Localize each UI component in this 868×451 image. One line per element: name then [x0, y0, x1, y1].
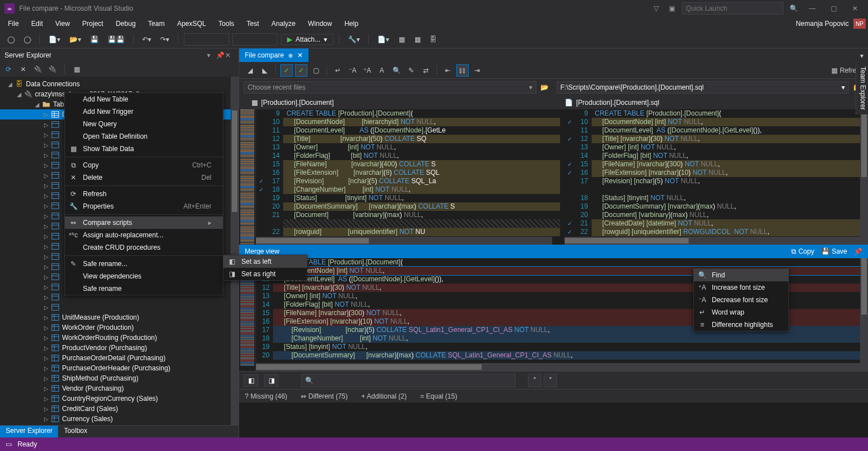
check1-icon[interactable]: ✓ — [280, 64, 293, 77]
menu-edit[interactable]: Edit — [25, 19, 49, 29]
user-badge[interactable]: NP — [853, 19, 866, 29]
left-file-open-button[interactable]: 📂 — [539, 81, 551, 94]
close-tab-icon[interactable]: ✕ — [297, 51, 303, 59]
user-name-label[interactable]: Nemanja Popovic — [796, 20, 849, 28]
ctx-create-crud-procedures[interactable]: Create CRUD procedures — [65, 241, 223, 254]
new-project-button[interactable]: 📄▾ — [46, 33, 63, 46]
left-minimap[interactable] — [239, 109, 256, 245]
quick-launch-input[interactable] — [682, 2, 783, 15]
compare-search-input[interactable]: 🔍 — [301, 374, 515, 387]
prev-diff-icon[interactable]: ⇤ — [442, 64, 454, 77]
menu-project[interactable]: Project — [77, 19, 109, 29]
tree-table-row[interactable]: ▷CountryRegionCurrency (Sales) — [0, 393, 239, 404]
expand-icon[interactable]: ◣ — [258, 64, 271, 77]
ctx-properties[interactable]: 🔧PropertiesAlt+Enter — [65, 200, 223, 213]
output-icon[interactable]: ▭ — [6, 440, 12, 448]
db-icon[interactable]: 🗄 — [427, 33, 439, 46]
maximize-button[interactable]: ▢ — [825, 2, 842, 15]
tree-table-row[interactable]: ▷x — [0, 302, 239, 312]
ctx-delete[interactable]: ✕DeleteDel — [65, 171, 223, 184]
refresh-icon[interactable]: ⟳ — [3, 64, 14, 74]
search-icon[interactable]: 🔍 — [788, 3, 799, 14]
tree-table-row[interactable]: ▷ProductVendor (Purchasing) — [0, 343, 239, 353]
right-file-combo[interactable]: F:\Scripts\Compare\[Production].[Documen… — [557, 81, 849, 94]
nav-back-button[interactable]: ◯ — [5, 33, 17, 46]
tab-toolbox[interactable]: Toolbox — [58, 426, 92, 437]
save-all-button[interactable]: 💾💾 — [105, 33, 127, 46]
search-down-button[interactable]: ˅ — [544, 374, 557, 387]
check2-icon[interactable]: ✓ — [295, 64, 307, 77]
menu-file[interactable]: File — [2, 19, 24, 29]
merge-hscroll[interactable] — [256, 363, 860, 371]
font-inc-icon[interactable]: ⁺A — [361, 64, 373, 77]
tree-table-row[interactable]: ▷WorkOrder (Production) — [0, 322, 239, 333]
find-icon[interactable]: 🔍 — [390, 64, 403, 77]
ctx-assign-auto-replacement-[interactable]: ᵃᵇcAssign auto-replacement... — [65, 229, 223, 241]
dropdown-icon[interactable]: ▾ — [207, 51, 216, 59]
ctx-open-table-definition[interactable]: Open Table Definition — [65, 130, 223, 143]
menu-test[interactable]: Test — [241, 19, 265, 29]
ctx-safe-rename-[interactable]: ✎Safe rename... — [65, 258, 223, 270]
font-reset-icon[interactable]: A — [376, 64, 388, 77]
pin-icon[interactable]: 📌 — [216, 51, 225, 59]
right-code-pane[interactable]: ✓✓✓✓✓✓ 91011121314151617 1819202122 CREA… — [565, 109, 869, 245]
editor-ctx-find[interactable]: 🔍Find — [694, 269, 788, 281]
ctx-add-new-trigger[interactable]: Add New Trigger — [65, 105, 223, 118]
editor-ctx-increase-font-size[interactable]: ⁺AIncrease font size — [694, 281, 788, 294]
open-file-button[interactable]: 📂▾ — [67, 33, 84, 46]
layers2-icon[interactable]: ▦ — [411, 33, 424, 46]
view-inline-button[interactable]: ◨ — [264, 374, 279, 387]
editor-ctx-word-wrap[interactable]: ↵Word wrap — [694, 306, 788, 319]
tree-table-row[interactable]: ▷PurchaseOrderDetail (Purchasing) — [0, 353, 239, 363]
tree-table-row[interactable]: ▷ShipMethod (Purchasing) — [0, 373, 239, 383]
tree-table-row[interactable]: ▷UnitMeasure (Production) — [0, 312, 239, 322]
filter-icon[interactable]: ▽ — [650, 3, 662, 14]
nav-fwd-button[interactable]: ◯ — [21, 33, 34, 46]
left-code-pane[interactable]: ✓✓ 9101112131415161718192021 22 CREATE T… — [256, 109, 560, 245]
right-vscroll[interactable] — [860, 109, 868, 245]
menu-team[interactable]: Team — [143, 19, 170, 29]
font-dec-icon[interactable]: ⁻A — [346, 64, 359, 77]
left-hscroll[interactable] — [256, 237, 552, 245]
ctx-view-dependencies[interactable]: View dependencies — [65, 270, 223, 282]
stop-icon[interactable]: ✕ — [18, 64, 28, 74]
tree-root[interactable]: ◢🗄Data Connections — [0, 79, 239, 89]
notifications-icon[interactable]: ▣ — [666, 3, 677, 14]
tree-table-row[interactable]: ▷Currency (Sales) — [0, 414, 239, 424]
tabs-dropdown-icon[interactable]: ▾ — [856, 50, 868, 62]
layers-icon[interactable]: ▦ — [395, 33, 408, 46]
ctx-show-table-data[interactable]: ▦Show Table Data — [65, 143, 223, 155]
merge-pin-icon[interactable]: 📌 — [854, 247, 862, 255]
editor-ctx-difference-highlights[interactable]: ≡Difference highlights — [694, 319, 788, 331]
attach-button[interactable]: ▶ Attach... ▾ — [281, 34, 333, 45]
collapse-icon[interactable]: ◢ — [244, 64, 256, 77]
menu-analyze[interactable]: Analyze — [266, 19, 301, 29]
ctx-refresh[interactable]: ⟳Refresh — [65, 188, 223, 200]
tree-table-row[interactable]: ▷WorkOrderRouting (Production) — [0, 333, 239, 343]
merge-pane[interactable]: 91011121314151617181920 CREATE TABLE [Pr… — [239, 258, 868, 371]
left-file-combo[interactable]: Choose recent files▾ — [244, 81, 536, 94]
pin-tab-icon[interactable]: ⊕ — [288, 52, 293, 59]
tool-icon[interactable]: 🔧▾ — [345, 33, 363, 46]
menu-window[interactable]: Window — [302, 19, 338, 29]
connect-db-icon[interactable]: 🔌 — [47, 64, 58, 74]
merge-copy-button[interactable]: ⧉Copy — [791, 247, 814, 255]
menu-debug[interactable]: Debug — [110, 19, 141, 29]
right-hscroll[interactable] — [565, 237, 861, 245]
undo-button[interactable]: ↶▾ — [139, 33, 154, 46]
merge-vscroll[interactable] — [860, 258, 868, 371]
check3-icon[interactable]: ▢ — [310, 64, 322, 77]
submenu-set-as-right[interactable]: ◨ Set as right — [223, 268, 307, 280]
ctx-add-new-table[interactable]: Add New Table — [65, 93, 223, 105]
menu-apexsql[interactable]: ApexSQL — [171, 19, 212, 29]
split-icon[interactable]: ⫿⫿ — [456, 64, 469, 77]
menu-tools[interactable]: Tools — [213, 19, 240, 29]
ctx-new-query[interactable]: New Query — [65, 118, 223, 130]
editor-ctx-decrease-font-size[interactable]: ⁻ADecrease font size — [694, 294, 788, 306]
search-up-button[interactable]: ˄ — [528, 374, 541, 387]
menu-view[interactable]: View — [50, 19, 76, 29]
ctx-copy[interactable]: ⧉CopyCtrl+C — [65, 159, 223, 171]
minimize-button[interactable]: — — [804, 2, 821, 15]
team-explorer-tab[interactable]: Team Explorer — [856, 62, 868, 114]
connect-icon[interactable]: 🔌 — [33, 64, 43, 74]
